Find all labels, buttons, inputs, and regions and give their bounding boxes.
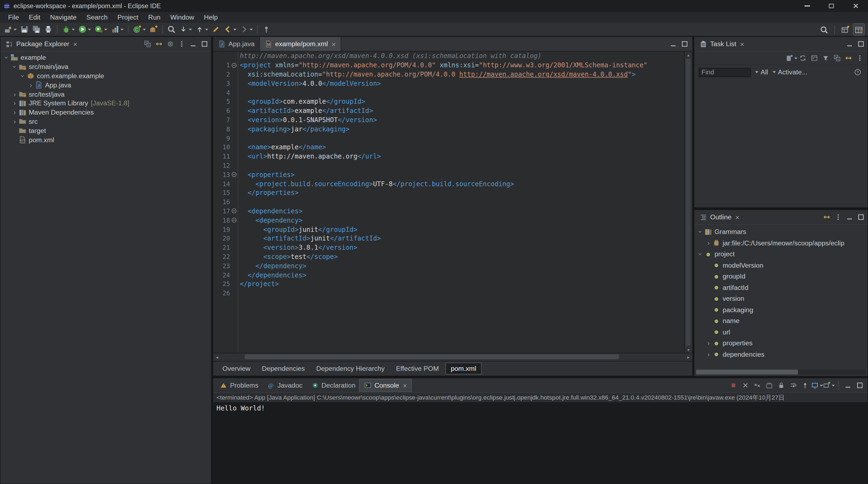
java-perspective-button[interactable]: J: [854, 24, 864, 35]
menu-window[interactable]: Window: [165, 12, 199, 22]
minimize-view-button[interactable]: [668, 38, 679, 50]
chevron-right-icon[interactable]: ›: [705, 239, 712, 247]
show-scheduled-button[interactable]: [809, 53, 820, 63]
collapse-fold-icon[interactable]: [232, 209, 237, 214]
chevron-right-icon[interactable]: ›: [705, 351, 712, 358]
minimize-view-button[interactable]: [844, 212, 855, 222]
new-java-class-button[interactable]: C: [132, 24, 147, 35]
open-perspective-button[interactable]: [840, 24, 850, 35]
view-menu-button[interactable]: [833, 212, 844, 222]
console-output[interactable]: Hello World!: [213, 402, 867, 484]
code-line[interactable]: 9: [213, 133, 685, 143]
activate-dropdown[interactable]: Activate...: [773, 68, 807, 76]
page-tab-dependencies[interactable]: Dependencies: [257, 363, 310, 374]
package-explorer-item[interactable]: target: [1, 126, 211, 135]
open-search-dialog-button[interactable]: [166, 24, 177, 35]
maximize-view-button[interactable]: [679, 38, 690, 50]
outline-item[interactable]: ›dependencies: [694, 349, 867, 360]
close-view-button[interactable]: ×: [740, 40, 744, 48]
outline-item[interactable]: version: [694, 293, 867, 304]
scope-all-dropdown[interactable]: All: [755, 68, 768, 76]
back-button[interactable]: [222, 24, 238, 35]
close-tab-button[interactable]: ×: [332, 40, 336, 48]
code-line[interactable]: 10 <name>example</name>: [213, 143, 685, 152]
chevron-right-icon[interactable]: ›: [11, 118, 19, 125]
terminate-button[interactable]: [728, 380, 739, 391]
link-with-editor-button[interactable]: [843, 53, 854, 63]
code-line[interactable]: 18 <dependency>: [213, 215, 685, 225]
code-line[interactable]: 17 <dependencies>: [213, 207, 685, 216]
code-line[interactable]: 21 <version>3.8.1</version>: [213, 243, 685, 252]
close-view-button[interactable]: ×: [73, 40, 77, 48]
remove-all-terminated-button[interactable]: [752, 380, 763, 391]
horizontal-scroll-thumb[interactable]: [245, 355, 619, 359]
console-sash[interactable]: [213, 376, 868, 378]
code-line[interactable]: 15 </properties>: [213, 188, 685, 198]
close-view-button[interactable]: ×: [735, 213, 739, 221]
outline-tab[interactable]: Outline ×: [695, 210, 743, 224]
chevron-down-icon[interactable]: ›: [19, 72, 27, 80]
scroll-up-arrow[interactable]: ▴: [685, 52, 692, 58]
remove-launch-button[interactable]: [740, 380, 751, 391]
package-explorer-tab[interactable]: Package Explorer ×: [2, 37, 81, 51]
horizontal-scrollbar[interactable]: ◂ ▸: [213, 353, 692, 361]
page-tab-dependency-hierarchy[interactable]: Dependency Hierarchy: [311, 363, 390, 374]
package-explorer-item[interactable]: ›src: [1, 117, 211, 126]
tasklist-outline-sash[interactable]: [694, 208, 868, 210]
chevron-down-icon[interactable]: ›: [696, 228, 704, 236]
code-line[interactable]: 14 <project.build.sourceEncoding>UTF-8</…: [213, 179, 685, 188]
code-line[interactable]: 16: [213, 198, 685, 207]
scroll-right-arrow[interactable]: ▸: [685, 354, 692, 361]
code-line[interactable]: 11 <url>http://maven.apache.org</url>: [213, 152, 685, 161]
code-line[interactable]: 12: [213, 161, 685, 170]
outline-item[interactable]: name: [694, 315, 867, 327]
outline-scroll-thumb[interactable]: [696, 370, 798, 374]
page-tab-effective-pom[interactable]: Effective POM: [391, 363, 444, 374]
filter-tasks-button[interactable]: [820, 53, 831, 63]
synchronize-button[interactable]: [798, 53, 808, 63]
chevron-right-icon[interactable]: ›: [705, 339, 712, 347]
code-line[interactable]: 5 <groupId>com.example</groupId>: [213, 97, 685, 107]
view-tab-problems[interactable]: !Problems: [215, 380, 263, 391]
save-all-button[interactable]: [31, 24, 42, 35]
word-wrap-button[interactable]: [788, 380, 799, 391]
outline-item[interactable]: url: [694, 327, 867, 338]
maximize-button[interactable]: [819, 0, 844, 12]
editor-tab-app-java[interactable]: JApp.java: [213, 37, 260, 51]
code-line[interactable]: 19 <groupId>junit</groupId>: [213, 225, 685, 234]
view-tab-javadoc[interactable]: @Javadoc: [262, 380, 307, 391]
new-java-package-button[interactable]: [148, 24, 159, 35]
package-explorer-item[interactable]: ›src/main/java: [1, 62, 211, 72]
vertical-scroll-thumb[interactable]: [686, 59, 690, 346]
chevron-down-icon[interactable]: ›: [696, 250, 704, 258]
view-menu-button[interactable]: [176, 38, 187, 50]
display-selected-console-button[interactable]: [812, 380, 823, 391]
vertical-scrollbar[interactable]: ▴ ▾: [684, 52, 692, 353]
forward-button[interactable]: [239, 24, 254, 35]
code-line[interactable]: 7 <version>0.0.1-SNAPSHOT</version>: [213, 115, 685, 125]
maximize-view-button[interactable]: [855, 380, 865, 391]
run-button[interactable]: [77, 24, 92, 35]
chevron-right-icon[interactable]: ›: [11, 90, 19, 98]
coverage-button[interactable]: [110, 24, 125, 35]
view-tab-declaration[interactable]: Declaration: [307, 380, 360, 391]
code-area[interactable]: http://maven.apache.org/xsd/maven-4.0.0.…: [213, 52, 692, 353]
save-button[interactable]: [19, 24, 30, 35]
package-explorer-item[interactable]: ›com.example.example: [1, 71, 211, 81]
collapse-all-button[interactable]: [832, 53, 842, 63]
code-line[interactable]: 26: [213, 289, 685, 298]
menu-help[interactable]: Help: [199, 12, 223, 22]
outline-item[interactable]: ›project: [694, 249, 867, 260]
left-sash[interactable]: [212, 36, 213, 484]
package-explorer-item[interactable]: ›src/test/java: [1, 90, 211, 99]
menu-search[interactable]: Search: [82, 12, 112, 22]
outline-item[interactable]: packaging: [694, 304, 867, 315]
chevron-right-icon[interactable]: ›: [27, 81, 35, 89]
next-annotation-button[interactable]: [178, 24, 193, 35]
menu-navigate[interactable]: Navigate: [45, 12, 82, 22]
previous-annotation-button[interactable]: [194, 24, 210, 35]
editor-tab-example-pom-xml[interactable]: Mexample/pom.xml×: [260, 37, 341, 51]
open-console-button[interactable]: [824, 380, 834, 391]
link-with-editor-button[interactable]: [154, 38, 164, 50]
package-explorer-item[interactable]: </>pom.xml: [1, 135, 211, 144]
